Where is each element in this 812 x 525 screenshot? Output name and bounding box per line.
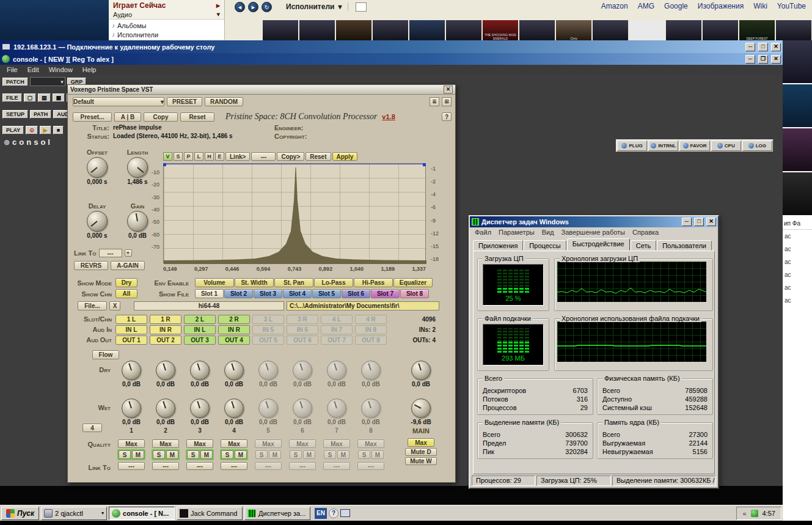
slot-tab[interactable]: Slot 2 [224,289,253,298]
album-cover[interactable] [703,20,738,40]
main-wet-knob[interactable] [411,398,431,418]
slot-tab[interactable]: Slot 1 [195,289,224,298]
envelope-letter-button[interactable]: E [215,152,224,161]
audio-out-cell[interactable]: OUT 7 [321,336,353,345]
console-menu-item[interactable]: Help [78,66,101,73]
forward-button[interactable]: ► [248,2,258,12]
flow-button[interactable]: Flow [92,350,119,359]
plugin-toolbar-button[interactable]: FAVOR [679,141,709,151]
dry-knob[interactable] [190,361,210,380]
quality-max-button[interactable]: Max [289,439,316,448]
play-icon[interactable]: ▶ [40,126,51,134]
tray-expand-icon[interactable]: « [742,510,746,517]
strip-link-selector[interactable]: --- [186,462,213,470]
album-cover[interactable] [409,20,445,40]
task-manager-menu-item[interactable]: Завершение работы [558,229,629,236]
power-icon[interactable]: ⊙ [26,126,38,134]
slot-chn-cell[interactable]: 3 L [252,315,284,324]
quality-max-button[interactable]: Max [221,439,247,448]
audio-in-cell[interactable]: IN 7 [321,325,353,334]
strip-link-selector[interactable]: --- [152,462,179,470]
album-cover[interactable] [629,20,665,40]
solo-button[interactable]: S [358,450,370,459]
quality-max-button[interactable]: Max [152,439,179,448]
solo-button[interactable]: S [324,450,336,459]
envelope-tab[interactable]: St. Width [235,278,274,287]
audio-in-cell[interactable]: IN L [184,325,216,334]
reset-button[interactable]: Reset [180,112,214,122]
service-link[interactable]: Изображения [698,2,744,10]
minimize-button[interactable]: ─ [745,55,755,64]
envelope-letter-button[interactable]: P [184,152,193,161]
audio-in-cell[interactable]: IN R [150,325,181,334]
envelope-letter-button[interactable]: L [194,152,203,161]
env-reset-button[interactable]: Reset [305,152,331,161]
album-cover[interactable]: Chris [556,20,591,40]
plugin-toolbar-button[interactable]: INTRNL [648,141,678,151]
close-button[interactable]: ✕ [771,55,781,64]
mute-button[interactable]: M [337,450,349,459]
clear-file-button[interactable]: X [109,301,120,310]
album-cover[interactable]: DEEP FOREST [739,20,775,40]
console-menu-item[interactable]: Window [45,66,77,73]
quality-max-button[interactable]: Max [323,439,350,448]
wet-knob[interactable] [327,398,346,418]
file-menu-button[interactable]: File... [78,301,107,310]
mini-search-field[interactable] [356,2,367,12]
dry-knob[interactable] [224,361,244,380]
dry-knob[interactable] [327,361,346,380]
mute-button[interactable]: M [371,450,384,459]
slot-chn-cell[interactable]: 4 R [355,315,387,324]
console-menu-item[interactable]: File [2,66,22,73]
solo-button[interactable]: S [153,450,165,459]
setup-button[interactable]: SETUP [2,110,28,119]
envelope-tab[interactable]: Equalizer [393,278,433,287]
audio-out-cell[interactable]: OUT 8 [355,336,387,345]
path-button[interactable]: PATH [30,110,51,119]
dry-knob[interactable] [361,361,381,380]
task-manager-tab[interactable]: Быстродействие [567,238,630,251]
show-chn-selector[interactable]: All [115,289,137,298]
task-manager-tab[interactable]: Процессы [524,240,566,251]
service-link[interactable]: Amazon [601,2,628,10]
slot-chn-cell[interactable]: 1 L [115,315,147,324]
wet-knob[interactable] [156,398,175,418]
main-dry-knob[interactable] [411,361,431,380]
show-mode-selector[interactable]: Dry [115,278,137,287]
slot-chn-cell[interactable]: 3 R [287,315,318,324]
album-cover[interactable] [299,20,335,40]
play-button[interactable]: PLAY [2,126,24,134]
plugin-toolbar-button[interactable]: PLUG [617,141,647,151]
task-manager-menu-item[interactable]: Файл [471,229,495,236]
close-button[interactable]: ✕ [444,86,453,94]
env-apply-button[interactable]: Apply [332,152,358,161]
dry-knob[interactable] [156,361,175,380]
auto-gain-button[interactable]: A-GAIN [111,261,145,270]
slot-chn-cell[interactable]: 2 L [184,315,216,324]
wet-knob[interactable] [224,398,244,418]
preset-menu-button[interactable]: Preset... [73,112,112,122]
new-file-icon[interactable]: ▢ [24,94,37,102]
preset-combo[interactable]: Default ▾ [73,97,164,106]
offset-knob[interactable] [87,157,108,178]
media-menu-item[interactable]: ♪ Исполнители [112,30,221,39]
taskbar-task-button[interactable]: 2 qjackctl ▾ [41,507,107,520]
impulse-file-path[interactable]: C:\...\Administrator\My Documents\fir\ [287,301,439,310]
audio-in-cell[interactable]: IN 5 [252,325,284,334]
task-manager-tab[interactable]: Приложения [473,240,523,251]
slot-tab[interactable]: Slot 3 [254,289,282,298]
task-manager-title-bar[interactable]: Диспетчер задач Windows ─ □ ✕ [470,216,718,227]
audio-dropdown[interactable]: Аудио ▾ [109,10,224,19]
back-button[interactable]: ◄ [235,2,245,12]
audio-out-cell[interactable]: OUT 1 [115,336,147,345]
album-cover[interactable] [336,20,371,40]
console-title-bar[interactable]: console - [ NEW ][ Reg To alex ] ─ ❐ ✕ [0,53,783,65]
console-menu-item[interactable]: Edit [23,66,43,73]
tray-app-icon[interactable] [751,510,758,517]
now-playing-item[interactable]: Играет Сейчас ▸ [109,0,224,10]
mute-button[interactable]: M [269,450,281,459]
dry-knob[interactable] [122,361,141,380]
quality-max-button[interactable]: Max [357,439,384,448]
settings-menu-icon[interactable]: ⊞ [442,97,452,106]
slot-chn-cell[interactable]: 2 R [218,315,250,324]
